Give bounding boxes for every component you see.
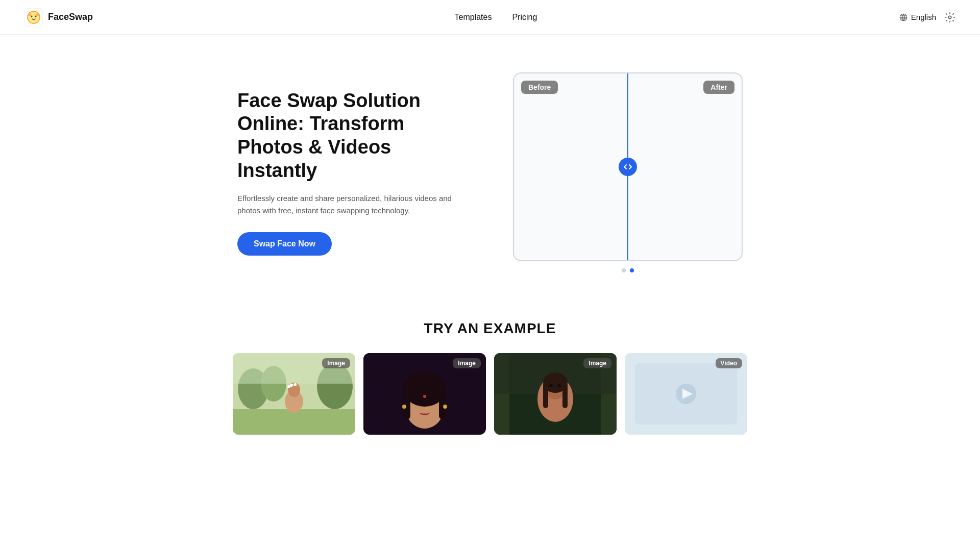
svg-point-31 [426,407,429,410]
globe-icon [899,13,908,22]
dot-1[interactable] [622,268,626,272]
chevron-lr-icon [624,163,632,171]
example-card-1[interactable]: Image [233,353,355,435]
dot-2[interactable] [630,268,634,272]
logo-text: FaceSwap [48,12,93,22]
logo-icon [24,8,43,27]
logo[interactable]: FaceSwap [24,8,93,27]
header: FaceSwap Templates Pricing English [0,0,980,35]
settings-icon[interactable] [944,12,955,23]
svg-point-41 [549,384,553,387]
hero-left: Face Swap Solution Online: Transform Pho… [237,89,472,256]
svg-rect-14 [233,353,355,384]
example-card-3[interactable]: Image [494,353,617,435]
before-label: Before [521,81,558,94]
main-nav: Templates Pricing [455,13,537,22]
examples-grid: Image [31,353,949,435]
hero-description: Effortlessly create and share personaliz… [237,192,472,217]
svg-point-42 [557,384,561,387]
examples-section: TRY AN EXAMPLE [0,300,980,465]
svg-point-3 [35,15,37,17]
svg-point-27 [428,400,434,404]
svg-rect-40 [562,383,568,408]
dot-indicators [513,268,743,272]
card-1-badge: Image [322,358,350,368]
hero-title: Face Swap Solution Online: Transform Pho… [237,89,472,182]
swap-face-now-button[interactable]: Swap Face Now [237,232,332,256]
svg-rect-24 [403,389,410,419]
example-card-4[interactable]: Video [625,353,747,435]
svg-point-28 [423,395,426,398]
nav-templates[interactable]: Templates [455,13,492,22]
examples-title: TRY AN EXAMPLE [31,320,949,337]
hero-section: Face Swap Solution Online: Transform Pho… [0,35,980,300]
svg-point-18 [287,385,290,388]
compare-handle[interactable] [619,158,637,176]
svg-point-26 [415,400,421,404]
svg-point-29 [402,405,406,409]
svg-point-19 [290,384,293,387]
svg-point-9 [948,16,951,19]
svg-point-30 [443,405,447,409]
after-label: After [703,81,734,94]
svg-rect-25 [439,389,446,419]
language-label: English [911,13,936,21]
svg-point-20 [293,383,297,386]
nav-pricing[interactable]: Pricing [512,13,537,22]
svg-point-2 [31,15,33,17]
compare-widget[interactable]: Before After [513,72,743,261]
card-2-badge: Image [453,358,481,368]
hero-right: Before After [513,72,743,272]
language-button[interactable]: English [899,13,936,22]
card-4-badge: Video [716,358,742,368]
card-3-badge: Image [583,358,611,368]
header-right: English [899,12,955,23]
example-card-2[interactable]: Image [363,353,486,435]
svg-rect-15 [233,409,355,435]
svg-rect-39 [543,383,548,408]
